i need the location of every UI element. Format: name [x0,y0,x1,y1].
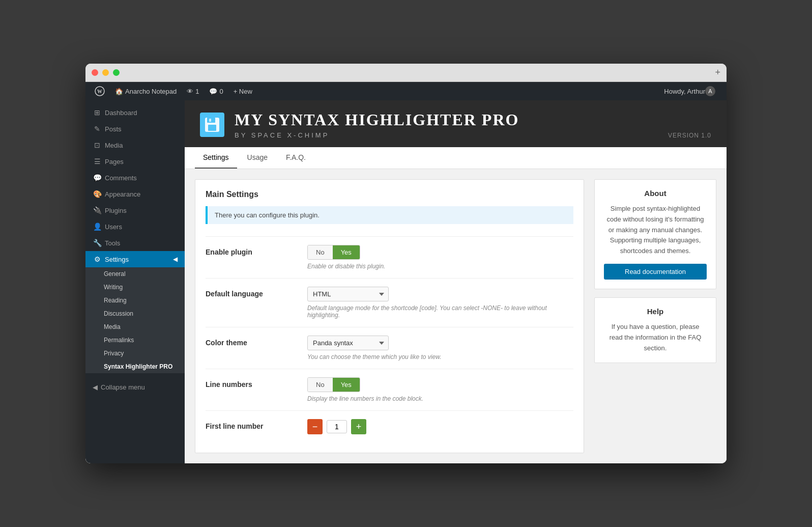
sidebar-item-comments[interactable]: 💬 Comments [85,170,185,186]
help-panel-title: Help [604,307,707,316]
visits-count: 1 [195,88,199,95]
setting-row-enable-plugin: Enable plugin No Yes Enable or disable t… [206,236,573,278]
color-theme-select[interactable]: Panda syntax Default Dark Light Monokai [307,336,389,350]
admin-bar: W 🏠 Anarcho Notepad 👁 1 💬 0 + New Howdy,… [85,82,727,100]
first-line-control: − + [307,419,573,434]
site-name-button[interactable]: 🏠 Anarcho Notepad [110,82,182,100]
info-text: There you can configure this plugin. [215,211,320,219]
sidebar-label-posts: Posts [105,125,122,133]
new-tab-button[interactable]: + [715,67,720,78]
tab-settings[interactable]: Settings [195,147,237,169]
visits-button[interactable]: 👁 1 [182,82,204,100]
wp-logo-icon: W [95,86,105,96]
setting-row-default-language: Default language HTML CSS JavaScript PHP… [206,278,573,327]
line-numbers-label: Line numbers [206,377,297,389]
pages-icon: ☰ [93,157,102,165]
default-language-select[interactable]: HTML CSS JavaScript PHP Python -NONE- [307,287,389,301]
settings-title: Main Settings [206,190,573,199]
tab-usage[interactable]: Usage [239,147,276,169]
sidebar-label-appearance: Appearance [105,190,140,198]
submenu-permalinks[interactable]: Permalinks [85,334,185,347]
plugin-header: MY SYNTAX HIGHLIGHTER PRO BY SPACE X-CHI… [185,100,727,147]
new-content-button[interactable]: + New [228,82,257,100]
sidebar-item-users[interactable]: 👤 Users [85,218,185,235]
color-theme-control: Panda syntax Default Dark Light Monokai … [307,336,573,360]
right-sidebar: About Simple post syntax-highlighted cod… [594,179,716,453]
line-numbers-control: No Yes Display the line numbers in the c… [307,377,573,402]
sidebar-item-dashboard[interactable]: ⊞ Dashboard [85,104,185,121]
maximize-button[interactable] [113,69,120,76]
enable-plugin-no-btn[interactable]: No [308,245,333,259]
tools-icon: 🔧 [93,239,102,247]
setting-row-first-line: First line number − + [206,410,573,442]
sidebar-label-users: Users [105,223,122,231]
default-language-hint: Default language mode for the shortcode … [307,304,573,319]
sidebar-label-dashboard: Dashboard [105,109,137,117]
enable-plugin-hint: Enable or disable this plugin. [307,263,573,270]
titlebar: + [85,64,727,82]
line-numbers-no-btn[interactable]: No [308,378,333,392]
enable-plugin-control: No Yes Enable or disable this plugin. [307,245,573,270]
line-numbers-hint: Display the line numbers in the code blo… [307,395,573,402]
app-window: + W 🏠 Anarcho Notepad 👁 1 💬 0 + New Howd… [85,64,727,463]
info-box: There you can configure this plugin. [206,206,573,224]
enable-plugin-label: Enable plugin [206,245,297,256]
submenu-media[interactable]: Media [85,320,185,334]
users-icon: 👤 [93,223,102,231]
sidebar-label-tools: Tools [105,239,120,247]
sidebar-item-pages[interactable]: ☰ Pages [85,153,185,170]
line-numbers-toggle[interactable]: No Yes [307,377,360,392]
submenu-privacy[interactable]: Privacy [85,347,185,360]
setting-row-line-numbers: Line numbers No Yes Display the line num… [206,369,573,410]
submenu-reading[interactable]: Reading [85,294,185,307]
enable-plugin-toggle[interactable]: No Yes [307,245,360,260]
floppy-disk-icon [204,117,220,133]
settings-icon: ⚙ [93,255,102,263]
sidebar-item-appearance[interactable]: 🎨 Appearance [85,186,185,202]
close-button[interactable] [92,69,98,76]
comment-icon: 💬 [209,88,217,95]
plugin-title: MY SYNTAX HIGHLIGHTER PRO [235,110,711,129]
tabs-bar: Settings Usage F.A.Q. [185,147,727,169]
main-layout: ⊞ Dashboard ✎ Posts ⊡ Media ☰ Pages 💬 [85,100,727,463]
color-theme-hint: You can choose the theme which you like … [307,353,573,360]
line-numbers-yes-btn[interactable]: Yes [333,378,360,392]
new-label: + New [234,88,252,95]
sidebar-menu: ⊞ Dashboard ✎ Posts ⊡ Media ☰ Pages 💬 [85,100,185,267]
dashboard-icon: ⊞ [93,108,102,117]
sidebar-item-settings[interactable]: ⚙ Settings ◀ [85,251,185,267]
eye-icon: 👁 [187,88,193,95]
sidebar-item-tools[interactable]: 🔧 Tools [85,235,185,251]
collapse-menu-button[interactable]: ◀ Collapse menu [85,378,185,396]
sidebar-item-media[interactable]: ⊡ Media [85,137,185,153]
tab-faq[interactable]: F.A.Q. [278,147,314,169]
first-line-value-input[interactable] [327,420,347,433]
settings-main-panel: Main Settings There you can configure th… [195,179,584,453]
submenu-general[interactable]: General [85,267,185,281]
content-area: MY SYNTAX HIGHLIGHTER PRO BY SPACE X-CHI… [185,100,727,463]
minimize-button[interactable] [102,69,109,76]
collapse-icon: ◀ [93,383,98,391]
comments-button[interactable]: 💬 0 [204,82,228,100]
first-line-decrement-button[interactable]: − [307,419,323,434]
plugin-subtitle: BY SPACE X-CHIMP [235,131,711,139]
wp-logo-button[interactable]: W [90,82,110,100]
first-line-stepper: − + [307,419,366,434]
sidebar-label-comments: Comments [105,174,137,182]
first-line-label: First line number [206,419,297,430]
posts-icon: ✎ [93,125,102,133]
submenu-discussion[interactable]: Discussion [85,307,185,320]
read-documentation-button[interactable]: Read documentation [604,264,707,280]
help-panel: Help If you have a question, please read… [594,297,716,363]
sidebar-label-plugins: Plugins [105,207,127,214]
about-panel: About Simple post syntax-highlighted cod… [594,179,716,289]
first-line-increment-button[interactable]: + [351,419,366,434]
settings-body: Main Settings There you can configure th… [185,169,727,463]
help-panel-text: If you have a question, please read the … [604,322,707,353]
avatar: A [705,86,715,96]
submenu-writing[interactable]: Writing [85,281,185,294]
sidebar-item-posts[interactable]: ✎ Posts [85,121,185,137]
enable-plugin-yes-btn[interactable]: Yes [333,245,360,259]
submenu-syntax-highlighter[interactable]: Syntax Highlighter PRO [85,360,185,373]
sidebar-item-plugins[interactable]: 🔌 Plugins [85,202,185,218]
